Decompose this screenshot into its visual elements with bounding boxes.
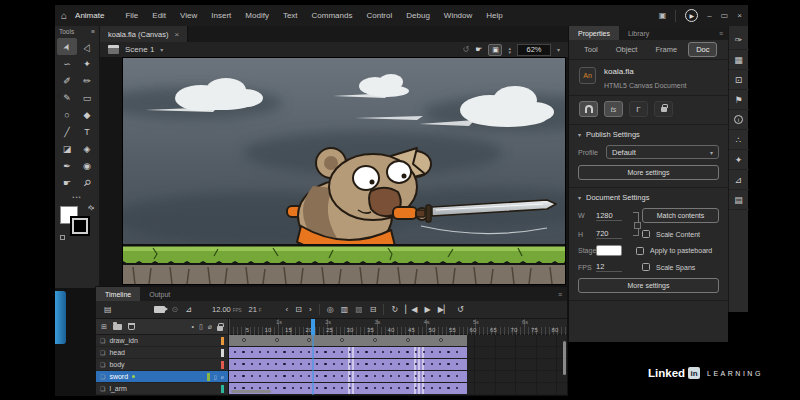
- tool-line[interactable]: ╱: [57, 123, 77, 140]
- lock-guides-toggle[interactable]: [654, 101, 673, 117]
- tool-polystar[interactable]: ◆: [77, 106, 97, 123]
- snap-to-objects-toggle[interactable]: [579, 101, 598, 117]
- swap-colors-icon[interactable]: ⇄: [86, 203, 96, 213]
- tab-timeline[interactable]: Timeline: [96, 287, 140, 301]
- rewind-icon[interactable]: ↺: [457, 305, 464, 314]
- stepper-down-icon[interactable]: ▾: [508, 50, 511, 54]
- dock-particles-icon[interactable]: ∴: [729, 130, 749, 150]
- tab-koala-fla[interactable]: koala.fla (Canvas) ×: [100, 26, 188, 42]
- new-folder-button[interactable]: [113, 324, 122, 330]
- play-icon[interactable]: ▶: [424, 305, 430, 314]
- tool-oval[interactable]: ○: [57, 106, 77, 123]
- layer-lock-icon[interactable]: ⌀: [221, 374, 224, 380]
- dock-components-icon[interactable]: ▤: [729, 190, 749, 210]
- tool-fluid-brush[interactable]: ✐: [57, 72, 77, 89]
- frame-row-l_arm[interactable]: [229, 383, 567, 395]
- workspace-icon[interactable]: ▣: [659, 11, 667, 20]
- menu-text[interactable]: Text: [276, 11, 305, 20]
- tool-eraser[interactable]: ◪: [57, 140, 77, 157]
- tool-classic-brush[interactable]: ✏: [77, 72, 97, 89]
- menu-file[interactable]: File: [118, 11, 145, 20]
- menu-debug[interactable]: Debug: [399, 11, 437, 20]
- frame-rows[interactable]: [229, 335, 567, 395]
- zoom-stepper[interactable]: ▴ ▾: [508, 46, 511, 54]
- tool-lasso[interactable]: ∽: [57, 55, 77, 72]
- menu-control[interactable]: Control: [359, 11, 399, 20]
- tools-menu-icon[interactable]: ≡: [91, 28, 95, 35]
- dock-align-icon[interactable]: ⊡: [729, 70, 749, 90]
- step-back-icon[interactable]: ▏◀: [405, 305, 417, 314]
- tools-overflow[interactable]: •••: [55, 194, 99, 200]
- scene-chevron-icon[interactable]: ▾: [160, 46, 163, 53]
- layer-outline-icon[interactable]: ▯: [214, 374, 217, 380]
- docsettings-collapse-icon[interactable]: ▾: [578, 194, 581, 201]
- zoom-level-input[interactable]: 62%: [517, 44, 551, 56]
- menu-commands[interactable]: Commands: [305, 11, 360, 20]
- match-contents-button[interactable]: Match contents: [642, 208, 719, 223]
- hand-view-icon[interactable]: ☛: [475, 45, 482, 54]
- lock-column-icon[interactable]: [217, 326, 223, 331]
- close-button[interactable]: ×: [737, 11, 742, 20]
- layer-depth-icon[interactable]: ⊙: [172, 305, 179, 314]
- tool-selection[interactable]: ➤: [57, 38, 77, 55]
- dock-info-icon[interactable]: i: [729, 110, 749, 130]
- scale-content-checkbox[interactable]: [642, 230, 650, 238]
- publish-more-settings-button[interactable]: More settings: [578, 165, 719, 180]
- onion-skin-outline-icon[interactable]: ▥: [341, 305, 349, 314]
- fps-indicator[interactable]: 12.00 FPS: [212, 305, 242, 314]
- fill-color-swatch[interactable]: [72, 218, 88, 234]
- document-more-settings-button[interactable]: More settings: [578, 278, 719, 293]
- menu-insert[interactable]: Insert: [204, 11, 238, 20]
- profile-select[interactable]: Default ▾: [606, 145, 719, 159]
- snap-to-pixels-toggle[interactable]: ts: [604, 101, 623, 117]
- dock-brush-library-icon[interactable]: ✑: [729, 30, 749, 50]
- tool-camera[interactable]: ◉: [77, 157, 97, 174]
- subtab-object[interactable]: Object: [609, 43, 645, 56]
- prev-keyframe-icon[interactable]: ‹: [286, 305, 289, 314]
- timeline-ruler[interactable]: 1s2s3s4s5s6s 510152025303540455055606570…: [229, 319, 567, 335]
- dock-flag-icon[interactable]: ⚑: [729, 90, 749, 110]
- tool-hand[interactable]: ☛: [57, 174, 77, 191]
- loop-icon[interactable]: ↻: [391, 305, 398, 314]
- delete-layer-button[interactable]: [128, 323, 135, 330]
- minimize-button[interactable]: –: [707, 11, 711, 20]
- new-layer-button[interactable]: ⊞: [101, 323, 107, 331]
- edit-multiple-frames-icon[interactable]: ▩: [355, 305, 363, 314]
- onion-skin-icon[interactable]: ◎: [327, 305, 334, 314]
- pasteboard[interactable]: [100, 58, 568, 286]
- stage-color-swatch[interactable]: [596, 245, 622, 256]
- center-frame-icon[interactable]: ⊡: [295, 305, 302, 314]
- step-forward-icon[interactable]: ▶▏: [438, 305, 450, 314]
- dock-asset-sculpt-icon[interactable]: ✦: [729, 150, 749, 170]
- layer-row-body[interactable]: ❏body: [96, 359, 228, 371]
- height-value[interactable]: 720: [596, 229, 622, 239]
- show-hide-column-icon[interactable]: ⌀: [208, 323, 212, 331]
- link-dimensions-icon[interactable]: [633, 212, 639, 236]
- frames-area[interactable]: 1s2s3s4s5s6s 510152025303540455055606570…: [229, 319, 567, 395]
- tab-close-icon[interactable]: ×: [174, 30, 179, 39]
- next-keyframe-icon[interactable]: ›: [309, 305, 312, 314]
- scene-name[interactable]: Scene 1: [125, 45, 154, 54]
- current-frame-indicator[interactable]: 21 F: [249, 305, 262, 314]
- restore-button[interactable]: ▭: [721, 11, 729, 20]
- tool-text[interactable]: T: [77, 123, 97, 140]
- scale-spans-checkbox[interactable]: [642, 263, 650, 271]
- layer-parenting-icon[interactable]: ▤: [104, 305, 112, 314]
- center-stage-button[interactable]: ▣: [488, 44, 502, 56]
- frame-view-icon[interactable]: ⊟: [370, 305, 377, 314]
- stage-canvas[interactable]: [123, 58, 565, 284]
- subtab-doc[interactable]: Doc: [688, 42, 717, 57]
- tool-pen[interactable]: ✒: [57, 157, 77, 174]
- tab-library[interactable]: Library: [619, 26, 658, 40]
- menu-modify[interactable]: Modify: [238, 11, 276, 20]
- layer-row-sword[interactable]: ❏sword▯⌀: [96, 371, 228, 383]
- subtab-tool[interactable]: Tool: [577, 43, 605, 56]
- add-camera-icon[interactable]: [154, 306, 165, 313]
- subtab-frame[interactable]: Frame: [648, 43, 684, 56]
- snap-align-toggle[interactable]: Γ: [629, 101, 648, 117]
- layer-row-head[interactable]: ❏head: [96, 347, 228, 359]
- tool-zoom[interactable]: ⚲: [77, 174, 97, 191]
- dock-history-graph-icon[interactable]: ⊿: [729, 170, 749, 190]
- default-colors-icon[interactable]: [60, 235, 65, 240]
- publish-collapse-icon[interactable]: ▾: [578, 131, 581, 138]
